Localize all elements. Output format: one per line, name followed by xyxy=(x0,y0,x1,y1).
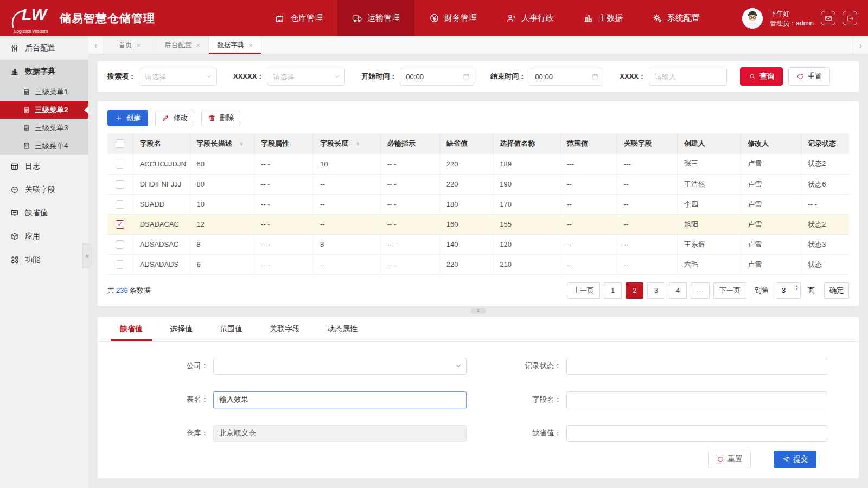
cell-choice-name: 120 xyxy=(493,234,560,254)
query-button-label: 查询 xyxy=(760,72,775,81)
table-row[interactable]: ✓ ADSADSAC 8 -- - 8 -- - 140 120 -- -- 王 xyxy=(107,234,849,254)
calendar-icon[interactable] xyxy=(463,73,470,80)
nav-item-sysconfig[interactable]: 系统配置 xyxy=(637,0,714,36)
page-tab[interactable]: 后台配置 × xyxy=(156,36,209,54)
stepper-icon[interactable]: ▲▼ xyxy=(795,285,799,291)
cell-required: -- - xyxy=(380,154,439,174)
cell-status: 状态6 xyxy=(801,174,849,194)
search-reset-button[interactable]: 重置 xyxy=(788,67,830,86)
warehouse-input[interactable] xyxy=(213,425,467,442)
nav-item-masterdata[interactable]: 主数据 xyxy=(569,0,637,36)
detail-tab[interactable]: 选择值 xyxy=(156,317,206,341)
row-checkbox[interactable]: ✓ xyxy=(116,260,124,269)
tabs-scroll-left-button[interactable]: ‹ xyxy=(88,36,104,54)
sidebar-item-function[interactable]: 功能 xyxy=(0,248,88,271)
sidebar-collapse-button[interactable]: « xyxy=(82,243,92,268)
edit-button[interactable]: 修改 xyxy=(155,110,194,126)
table-row[interactable]: ✓ ADSADADS 6 -- - -- -- - 220 210 -- -- xyxy=(107,254,849,274)
cell-status: 状态 xyxy=(801,254,849,274)
calendar-icon[interactable] xyxy=(592,73,599,80)
table-row[interactable]: ✓ ACCUOJJDJN 60 -- - 10 -- - 220 189 ---… xyxy=(107,154,849,174)
sidebar-subitem[interactable]: 三级菜单2 xyxy=(0,101,88,119)
row-checkbox[interactable]: ✓ xyxy=(116,240,124,249)
nav-item-transport[interactable]: 运输管理 xyxy=(337,0,414,36)
detail-tab[interactable]: 缺省值 xyxy=(106,317,156,341)
sidebar-item-data-dict[interactable]: 数据字典 xyxy=(0,60,88,83)
column-header-required: 必输指示 xyxy=(380,133,439,154)
form-reset-button[interactable]: 重置 xyxy=(708,451,751,468)
sidebar-subitem[interactable]: 三级菜单4 xyxy=(0,137,88,155)
page-button[interactable]: 4 xyxy=(669,282,687,299)
page-tab[interactable]: 首页 × xyxy=(104,36,156,54)
sidebar-item-backend-config[interactable]: 后台配置 xyxy=(0,36,88,60)
form-submit-button[interactable]: 提交 xyxy=(774,451,816,468)
goto-confirm-button[interactable]: 确定 xyxy=(824,282,849,299)
row-checkbox[interactable]: ✓ xyxy=(116,180,124,189)
nav-item-finance[interactable]: 财务管理 xyxy=(414,0,492,36)
close-icon[interactable]: × xyxy=(248,41,253,49)
row-checkbox[interactable]: ✓ xyxy=(116,200,124,209)
sidebar-item-relation-field[interactable]: 关联字段 xyxy=(0,178,88,201)
row-checkbox[interactable]: ✓ xyxy=(116,160,124,169)
page-button[interactable]: 1 xyxy=(604,282,622,299)
content: 搜索项： XXXXX： 开始时间： 结束时间： xyxy=(88,54,868,488)
close-icon[interactable]: × xyxy=(137,41,141,49)
page-tab[interactable]: 数据字典 × xyxy=(209,36,261,54)
page-button[interactable]: 下一页 xyxy=(713,282,746,299)
page-button[interactable]: 上一页 xyxy=(567,282,600,299)
logout-button[interactable] xyxy=(843,11,857,25)
close-icon[interactable]: × xyxy=(196,41,200,49)
sliders-icon xyxy=(10,44,19,53)
table-name-input[interactable] xyxy=(213,391,467,408)
sidebar-item-default-value[interactable]: 缺省值 xyxy=(0,201,88,224)
column-header-choice-name: 选择值名称 xyxy=(493,133,560,154)
select-all-checkbox[interactable] xyxy=(116,139,124,148)
row-checkbox[interactable]: ✓ xyxy=(116,220,124,229)
logo-subtitle: Logistics Wisdom xyxy=(14,29,48,34)
table-row[interactable]: ✓ DSADACAC 12 -- - -- -- - 160 155 -- -- xyxy=(107,214,849,234)
cell-field-attr: -- - xyxy=(254,234,313,254)
sidebar-subitem[interactable]: 三级菜单1 xyxy=(0,83,88,101)
field-name-input[interactable] xyxy=(566,391,827,408)
search-text-input[interactable] xyxy=(649,68,727,86)
cell-field-length: -- xyxy=(313,174,380,194)
detail-tab[interactable]: 范围值 xyxy=(206,317,256,341)
app-header: LW Logistics Wisdom 储易智慧仓储管理 仓库管理 运输管理 财… xyxy=(0,0,868,36)
column-header-field-length[interactable]: 字段长度▲▼ xyxy=(313,133,380,154)
page-button[interactable]: ··· xyxy=(691,282,710,299)
cell-field-attr: -- - xyxy=(254,154,313,174)
table-row[interactable]: ✓ DHDIFNFJJJ 80 -- - -- -- - 220 190 -- … xyxy=(107,174,849,194)
company-select-input[interactable] xyxy=(213,358,467,375)
sort-icon[interactable]: ▲▼ xyxy=(240,142,244,146)
sidebar-subitem[interactable]: 三级菜单3 xyxy=(0,119,88,137)
page-button[interactable]: 3 xyxy=(647,282,665,299)
sidebar-item-label: 日志 xyxy=(25,162,40,171)
detail-tab-label: 选择值 xyxy=(170,324,193,334)
app-logo: LW Logistics Wisdom xyxy=(10,5,52,31)
sidebar-item-application[interactable]: 应用 xyxy=(0,224,88,248)
people-icon xyxy=(506,13,516,23)
page-button[interactable]: 2 xyxy=(626,282,643,299)
table-row[interactable]: ✓ SDADD 10 -- - -- -- - 180 170 -- -- 李四 xyxy=(107,194,849,214)
record-status-input[interactable] xyxy=(566,358,827,375)
sidebar-item-log[interactable]: 日志 xyxy=(0,155,88,178)
sort-icon[interactable]: ▲▼ xyxy=(356,142,360,146)
detail-tab[interactable]: 关联字段 xyxy=(256,317,314,341)
cell-choice-name: 210 xyxy=(493,254,560,274)
avatar[interactable] xyxy=(742,8,763,29)
create-button[interactable]: 创建 xyxy=(107,110,148,126)
mail-button[interactable] xyxy=(821,11,835,25)
panel-resize-handle[interactable]: ⇕ xyxy=(471,308,486,314)
default-value-input[interactable] xyxy=(566,425,827,442)
column-header-field-desc[interactable]: 字段长描述▲▼ xyxy=(190,133,254,154)
query-button[interactable]: 查询 xyxy=(740,67,783,86)
total-count: 共236条数据 xyxy=(107,286,151,296)
tabs-scroll-right-button[interactable]: › xyxy=(853,36,868,54)
chevron-down-icon xyxy=(455,362,462,370)
nav-item-warehouse[interactable]: 仓库管理 xyxy=(260,0,337,36)
detail-tab[interactable]: 动态属性 xyxy=(314,317,371,341)
delete-button[interactable]: 删除 xyxy=(201,110,240,126)
warehouse-icon xyxy=(275,13,285,23)
resize-icon: ⇕ xyxy=(476,309,480,313)
nav-item-hr[interactable]: 人事行政 xyxy=(492,0,569,36)
